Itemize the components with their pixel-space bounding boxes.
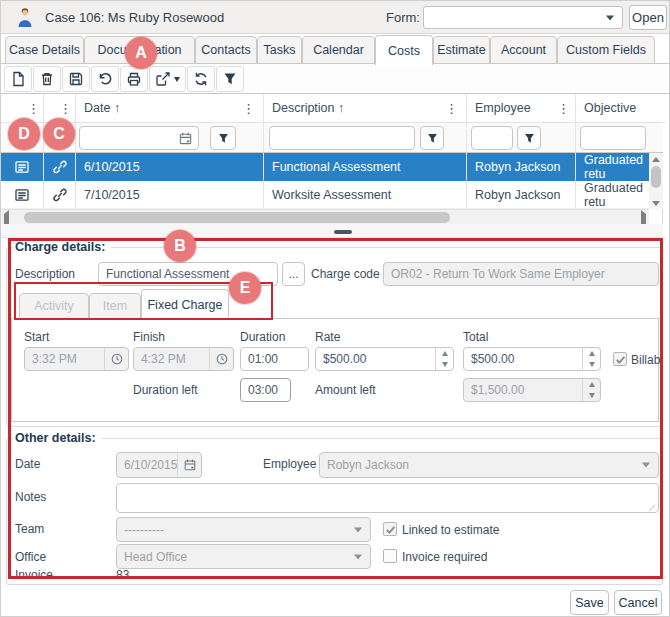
invoice-required-label: Invoice required [402,550,487,564]
billable-label: Billable [631,353,661,367]
row-description-cell[interactable]: Worksite Assessment [264,181,467,209]
scroll-down-arrow[interactable] [649,197,663,209]
description-browse-button[interactable]: ... [282,262,305,286]
print-button[interactable] [120,66,148,92]
chevron-down-icon [354,554,362,559]
form-select[interactable] [423,6,623,29]
tab-estimate[interactable]: Estimate [433,36,490,64]
filter-funnel-icon [523,132,536,145]
objective-filter-input[interactable] [580,126,646,150]
sort-asc-icon: ↑ [338,101,344,115]
kebab-menu-icon[interactable]: ⋮ [242,101,255,116]
chevron-down-icon [606,15,614,20]
employee-filter-input[interactable] [471,126,513,150]
form-details-icon[interactable] [14,187,30,203]
row-link-cell[interactable] [44,181,76,209]
row-employee-cell[interactable]: Robyn Jackson [467,181,576,209]
date-filter-input[interactable] [79,126,199,150]
cancel-button[interactable]: Cancel [614,590,662,615]
tab-calendar[interactable]: Calendar [302,36,375,64]
save-button[interactable]: Save [570,590,609,615]
row-form-cell[interactable] [1,181,44,209]
other-details-title: Other details: [13,431,102,445]
grid-vertical-scrollbar[interactable] [649,153,663,209]
clock-icon [209,348,233,370]
invoice-required-checkbox [383,549,397,563]
export-icon [155,71,171,87]
invoice-label: Invoice [15,568,53,582]
app-window: Case 106: Ms Ruby Rosewood Form: Open Ca… [0,0,670,617]
duration-left-input[interactable]: 03:00 [240,378,291,402]
grid-header-employee[interactable]: Employee ⋮ [467,94,576,123]
link-icon[interactable] [52,187,68,203]
kebab-menu-icon[interactable]: ⋮ [557,101,570,116]
grid-header-date[interactable]: Date ↑ ⋮ [76,94,264,123]
billable-checkbox [613,352,627,366]
objective-filter-text[interactable] [586,130,641,144]
annotation-balloon-c: C [43,118,75,150]
horizontal-scroll-thumb[interactable] [24,212,450,223]
checkmark-icon [615,354,626,365]
undo-button[interactable] [91,66,119,92]
employee-filter-funnel-button[interactable] [517,126,541,150]
office-dropdown: Head Office [116,544,371,569]
filter-toggle-button[interactable] [216,66,244,92]
date-input: 6/10/2015 [116,452,202,478]
kebab-menu-icon[interactable]: ⋮ [27,101,40,116]
save-record-button[interactable] [62,66,90,92]
description-filter-text[interactable] [276,130,408,144]
export-button[interactable] [149,66,186,92]
delete-button[interactable] [33,66,61,92]
calendar-icon[interactable] [178,131,193,146]
total-spinner[interactable] [582,348,600,370]
pane-splitter[interactable] [1,224,663,238]
kebab-menu-icon[interactable]: ⋮ [59,101,72,116]
rate-spinner[interactable] [435,348,453,370]
employee-filter-text[interactable] [477,130,509,144]
description-filter-input[interactable] [269,126,415,150]
date-filter-funnel-button[interactable] [210,126,236,150]
duration-input[interactable]: 01:00 [240,347,309,371]
row-employee-cell[interactable]: Robyn Jackson [467,153,576,181]
grid-horizontal-scrollbar[interactable] [1,209,649,224]
form-details-icon[interactable] [14,159,30,175]
row-link-cell[interactable] [44,153,76,181]
row-date-cell[interactable]: 7/10/2015 [76,181,264,209]
notes-label: Notes [15,490,46,504]
checkmark-icon [385,524,396,535]
kebab-menu-icon[interactable]: ⋮ [445,101,458,116]
refresh-button[interactable] [187,66,215,92]
tab-tasks[interactable]: Tasks [257,36,302,64]
vertical-scroll-thumb[interactable] [651,166,661,188]
subtab-fixed-charge[interactable]: Fixed Charge [141,289,229,319]
rate-input[interactable]: $500.00 [315,347,454,371]
open-button[interactable]: Open [629,5,667,30]
grid-header-objective[interactable]: Objective [576,94,649,123]
tab-account[interactable]: Account [490,36,557,64]
splitter-handle[interactable] [334,230,352,234]
team-label: Team [15,522,44,536]
total-input[interactable]: $500.00 [463,347,601,371]
tab-contacts[interactable]: Contacts [195,36,257,64]
row-form-cell[interactable] [1,153,44,181]
row-date-cell[interactable]: 6/10/2015 [76,153,264,181]
row-objective-cell[interactable]: Graduated retu [576,153,649,181]
tab-case-details[interactable]: Case Details [5,36,84,64]
textarea-resize-grip[interactable]: ⟋ [649,503,655,514]
new-record-button[interactable] [4,66,32,92]
date-label: Date [15,457,40,471]
link-icon[interactable] [52,159,68,175]
tab-costs[interactable]: Costs [375,35,433,65]
tab-custom-fields[interactable]: Custom Fields [557,36,655,64]
amount-left-spinner [582,379,600,401]
row-objective-cell[interactable]: Graduated retu [576,181,649,209]
scroll-up-arrow[interactable] [649,153,663,165]
row-description-cell[interactable]: Functional Assessment [264,153,467,181]
charge-code-input: OR02 - Return To Work Same Employer [383,262,659,286]
filter-funnel-icon [426,132,439,145]
finish-time-input: 4:32 PM [133,347,234,371]
description-filter-funnel-button[interactable] [420,126,444,150]
grid-header-description[interactable]: Description ↑ ⋮ [264,94,467,123]
date-filter-text[interactable] [86,130,174,144]
notes-textarea[interactable] [116,483,659,513]
